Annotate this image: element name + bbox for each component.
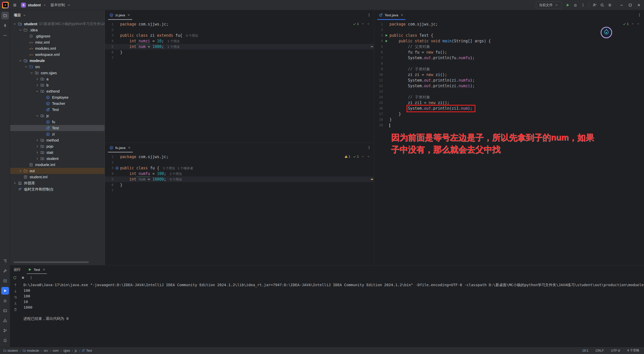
breadcrumb-com[interactable]: com bbox=[53, 349, 59, 352]
breadcrumb-src[interactable]: src bbox=[44, 349, 48, 352]
console-rerun-button[interactable] bbox=[13, 276, 17, 280]
close-button[interactable] bbox=[637, 3, 641, 7]
chevron-right-icon[interactable] bbox=[18, 169, 23, 173]
code-line-1[interactable]: 1package com.sjjws.jc; bbox=[374, 21, 644, 27]
next-problem-icon[interactable] bbox=[367, 22, 370, 26]
horizontal-scrollbar[interactable] bbox=[14, 261, 89, 263]
code-line-5[interactable]: 5 // 父类对象 bbox=[374, 44, 644, 49]
status-widget[interactable]: UTF-8 bbox=[611, 349, 620, 352]
tab-fu-java[interactable]: C fu.java bbox=[107, 143, 134, 153]
console-softwrap-button[interactable] bbox=[14, 295, 17, 299]
prev-problem-icon[interactable] bbox=[631, 22, 634, 26]
code-with-me-button[interactable] bbox=[592, 3, 597, 7]
code-line-4[interactable]: 4 int numzi = 10;1 个用法 bbox=[105, 38, 374, 44]
usage-hint[interactable]: 4 个用法 bbox=[186, 34, 198, 37]
console-tab-close-button[interactable] bbox=[42, 268, 46, 272]
chevron-down-icon[interactable] bbox=[29, 71, 34, 75]
chevron-down-icon[interactable] bbox=[18, 28, 23, 32]
chevron-right-icon[interactable] bbox=[35, 138, 40, 142]
prev-problem-icon[interactable] bbox=[361, 155, 364, 158]
tree-item-.idea[interactable]: .idea bbox=[10, 27, 105, 33]
code-line-11[interactable]: 11 System.out.println(zi.numfu); bbox=[374, 78, 644, 83]
tool-window-bell-button[interactable] bbox=[1, 337, 9, 344]
code-line-17[interactable]: 17 } bbox=[374, 111, 644, 117]
code-area-zi[interactable]: 1package com.sjjws.jc;23public class zi … bbox=[105, 20, 374, 143]
code-line-18[interactable]: 18} bbox=[374, 117, 644, 122]
tree-item-zi[interactable]: Czi bbox=[10, 131, 105, 137]
warning-count[interactable]: 1 bbox=[344, 155, 350, 158]
console-tab-test[interactable]: Test bbox=[26, 265, 48, 274]
code-line-15[interactable]: 15 zi zi1 = new zi(); bbox=[374, 100, 644, 106]
tree-item-a[interactable]: a bbox=[10, 76, 105, 82]
tree-item-Employee[interactable]: CEmployee bbox=[10, 94, 105, 100]
usage-hint[interactable]: 1 个用法 bbox=[168, 45, 180, 49]
chevron-right-icon[interactable] bbox=[35, 150, 40, 155]
next-problem-icon[interactable] bbox=[637, 22, 640, 26]
tool-window-problems-button[interactable] bbox=[1, 317, 9, 324]
tab-zi-java[interactable]: C zi.java bbox=[107, 10, 133, 20]
tree-item-pojo[interactable]: pojo bbox=[10, 143, 105, 149]
tab-close-button[interactable] bbox=[127, 13, 131, 17]
tool-window-commit-button[interactable] bbox=[1, 22, 9, 29]
code-line-13[interactable]: 13 bbox=[374, 89, 644, 94]
tab-options-button[interactable] bbox=[367, 13, 371, 17]
code-line-5[interactable]: 5 int num = 1000;1 个用法 bbox=[105, 44, 374, 49]
minimize-button[interactable] bbox=[620, 3, 624, 7]
chevron-down-icon[interactable] bbox=[18, 59, 23, 63]
tree-item-.gitignore[interactable]: .gitignore bbox=[10, 33, 105, 39]
tab-close-button[interactable] bbox=[400, 13, 404, 17]
chevron-right-icon[interactable] bbox=[35, 83, 40, 87]
breadcrumb-sjjws[interactable]: sjjws bbox=[63, 349, 70, 352]
vcs-widget[interactable]: 版本控制 bbox=[51, 3, 71, 7]
code-line-10[interactable]: 10 zi zi = new zi(); bbox=[374, 72, 644, 78]
tool-window-run-button[interactable] bbox=[1, 287, 9, 295]
chevron-right-icon[interactable] bbox=[35, 157, 40, 161]
tree-item-student[interactable]: studentD:\新桌面\MC小杨的python学习文件夹\JAVA练 bbox=[10, 21, 105, 27]
status-widget[interactable]: CRLF bbox=[596, 349, 604, 352]
tree-item-Teacher[interactable]: CTeacher bbox=[10, 100, 105, 107]
code-line-3[interactable]: 3public class zi extends fu{4 个用法 bbox=[105, 33, 374, 38]
code-line-8[interactable]: 8 bbox=[374, 61, 644, 66]
tool-window-services-button[interactable] bbox=[1, 277, 9, 285]
tree-item-b[interactable]: b bbox=[10, 82, 105, 88]
tree-item-临时文件和控制台[interactable]: 临时文件和控制台 bbox=[10, 186, 105, 192]
tree-item-Test[interactable]: CTest bbox=[10, 125, 105, 131]
tree-item-exthend[interactable]: exthend bbox=[10, 88, 105, 94]
tree-item-外部库[interactable]: 外部库 bbox=[10, 180, 105, 186]
ok-count[interactable]: 1 bbox=[353, 155, 359, 158]
code-line-9[interactable]: 9 // 子类对象 bbox=[374, 66, 644, 72]
inspection-widget[interactable]: 1 bbox=[623, 22, 640, 26]
run-gutter-icon[interactable] bbox=[383, 39, 389, 43]
tree-item-workspace.xml[interactable]: </>workspace.xml bbox=[10, 52, 105, 58]
search-everywhere-button[interactable] bbox=[600, 3, 604, 7]
code-line-3[interactable]: 3public class fu {3 个用法 1 个继承者 bbox=[105, 165, 374, 171]
next-problem-icon[interactable] bbox=[367, 155, 370, 158]
tab-options-button[interactable] bbox=[637, 13, 641, 17]
status-widget[interactable]: 4 个空格 bbox=[627, 348, 639, 353]
chevron-right-icon[interactable] bbox=[35, 144, 40, 148]
ok-count[interactable]: 1 bbox=[353, 22, 359, 26]
tool-window-terminal-button[interactable] bbox=[1, 307, 9, 314]
code-area-fu[interactable]: 1package com.sjjws.jc;23public class fu … bbox=[105, 153, 374, 265]
breadcrumb-jc[interactable]: jc bbox=[75, 349, 77, 352]
tree-item-fu[interactable]: Cfu bbox=[10, 119, 105, 125]
main-menu-button[interactable] bbox=[13, 3, 17, 7]
code-line-1[interactable]: 1package com.sjjws.jc; bbox=[105, 21, 374, 27]
tool-window-more-h-button[interactable] bbox=[1, 32, 9, 39]
ok-count[interactable]: 1 bbox=[623, 22, 629, 26]
code-line-1[interactable]: 1package com.sjjws.jc; bbox=[105, 154, 374, 160]
tree-item-misc.xml[interactable]: </>misc.xml bbox=[10, 39, 105, 45]
usage-hint[interactable]: 0 个用法 bbox=[170, 178, 182, 181]
tool-window-debug-button[interactable] bbox=[1, 297, 9, 305]
tree-item-com.sjjws[interactable]: com.sjjws bbox=[10, 70, 105, 76]
more-actions-button[interactable] bbox=[581, 3, 585, 7]
project-selector[interactable]: S student bbox=[21, 3, 47, 8]
usage-hint[interactable]: 3 个用法 1 个继承者 bbox=[163, 167, 193, 170]
tree-item-student[interactable]: student bbox=[10, 156, 105, 162]
tab-test-java[interactable]: C Test.java bbox=[376, 10, 407, 20]
tool-window-vcs-button[interactable] bbox=[1, 327, 9, 334]
code-line-6[interactable]: 6} bbox=[105, 182, 374, 188]
chevron-down-icon[interactable] bbox=[35, 89, 40, 93]
code-line-2[interactable]: 2 bbox=[105, 160, 374, 165]
console-arrow-up-button[interactable] bbox=[14, 283, 17, 287]
